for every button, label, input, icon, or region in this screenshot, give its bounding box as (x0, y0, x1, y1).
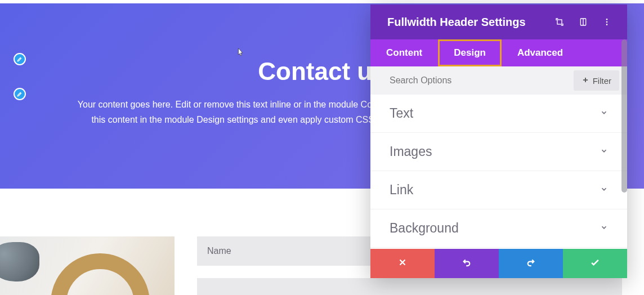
undo-icon (462, 257, 472, 270)
edit-handle-icon[interactable] (14, 88, 26, 100)
plus-icon (582, 76, 589, 86)
save-button[interactable] (563, 249, 627, 278)
tab-advanced[interactable]: Advanced (502, 39, 579, 66)
cancel-button[interactable] (370, 249, 435, 278)
undo-button[interactable] (435, 249, 499, 278)
tab-content[interactable]: Content (370, 39, 438, 66)
responsive-icon[interactable] (579, 17, 588, 26)
accordion-label: Images (390, 144, 432, 159)
search-input[interactable] (390, 75, 574, 86)
accordion-text[interactable]: Text (370, 95, 627, 133)
form-field[interactable] (197, 278, 622, 295)
panel-header: Fullwidth Header Settings (370, 5, 627, 39)
panel-tabs: Content Design Advanced (370, 39, 627, 66)
check-icon (589, 257, 601, 271)
tab-design[interactable]: Design (438, 39, 502, 66)
accordion-label: Link (390, 182, 413, 198)
cursor-pointer-icon (234, 47, 245, 61)
svg-point-4 (606, 21, 608, 23)
panel-search-bar: Filter (370, 66, 627, 95)
panel-footer (370, 249, 627, 278)
svg-point-3 (606, 19, 608, 20)
svg-point-5 (606, 24, 608, 25)
decorative-image (0, 236, 175, 295)
chevron-down-icon (600, 224, 608, 233)
panel-header-actions (555, 17, 611, 26)
accordion-label: Text (390, 106, 413, 121)
scrollbar[interactable] (621, 39, 627, 193)
kebab-menu-icon[interactable] (602, 17, 611, 26)
svg-rect-0 (557, 20, 562, 24)
chevron-down-icon (600, 147, 608, 157)
filter-label: Filter (593, 76, 611, 86)
filter-button[interactable]: Filter (574, 70, 619, 91)
chevron-down-icon (600, 109, 608, 118)
expand-icon[interactable] (555, 17, 564, 26)
close-icon (397, 257, 408, 270)
accordion-images[interactable]: Images (370, 133, 627, 171)
edit-handle-icon[interactable] (14, 53, 26, 65)
module-settings-panel: Fullwidth Header Settings Content Design… (370, 5, 627, 278)
redo-button[interactable] (499, 249, 563, 278)
redo-icon (526, 257, 536, 270)
accordion-background[interactable]: Background (370, 209, 627, 248)
chevron-down-icon (600, 185, 608, 195)
accordion-link[interactable]: Link (370, 171, 627, 209)
panel-title: Fullwidth Header Settings (387, 16, 555, 29)
accordion-label: Background (390, 221, 459, 236)
panel-body: Text Images Link Background (370, 95, 627, 249)
